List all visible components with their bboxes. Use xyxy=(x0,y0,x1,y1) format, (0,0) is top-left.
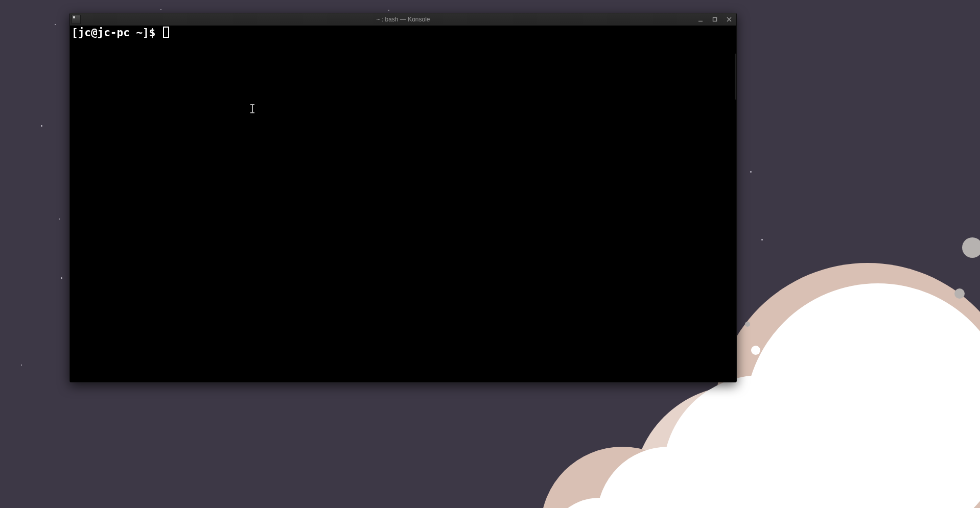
scrollbar[interactable] xyxy=(735,54,736,100)
terminal-icon xyxy=(72,15,81,24)
maximize-icon xyxy=(712,17,717,22)
desktop: ~ : bash — Konsole [jc@jc-pc ~]$ xyxy=(0,0,980,508)
konsole-window[interactable]: ~ : bash — Konsole [jc@jc-pc ~]$ xyxy=(69,13,737,382)
wallpaper-star xyxy=(59,219,60,220)
close-button[interactable] xyxy=(722,13,736,26)
minimize-icon xyxy=(698,17,703,22)
wallpaper-star xyxy=(750,171,752,173)
wallpaper-star xyxy=(21,365,22,366)
titlebar[interactable]: ~ : bash — Konsole xyxy=(70,13,736,26)
wallpaper-star xyxy=(388,10,389,11)
window-title: ~ : bash — Konsole xyxy=(70,16,736,23)
svg-rect-1 xyxy=(713,18,717,21)
wallpaper-star xyxy=(160,9,161,10)
wallpaper-star xyxy=(61,277,62,279)
text-cursor xyxy=(163,27,169,38)
maximize-button[interactable] xyxy=(708,13,722,26)
minimize-button[interactable] xyxy=(693,13,708,26)
window-controls xyxy=(693,13,736,26)
wallpaper-star xyxy=(761,239,763,240)
terminal-area[interactable]: [jc@jc-pc ~]$ xyxy=(70,26,736,382)
close-icon xyxy=(727,17,732,22)
wallpaper-star xyxy=(41,125,42,127)
wallpaper-star xyxy=(55,24,56,25)
mouse-pointer-ibeam xyxy=(252,105,253,113)
shell-prompt: [jc@jc-pc ~]$ xyxy=(72,27,162,39)
